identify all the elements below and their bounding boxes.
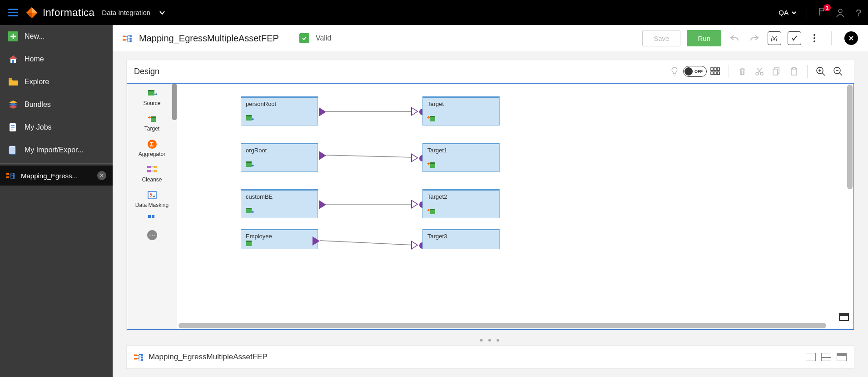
node-target3[interactable]: Target3 (422, 229, 500, 249)
node-custombe[interactable]: customBE (241, 189, 318, 218)
product-switcher-chevron-icon[interactable] (159, 9, 166, 16)
sidebar-item-home[interactable]: Home (0, 48, 113, 70)
node-employee[interactable]: Employee (241, 229, 318, 249)
node-target2[interactable]: Target2 (422, 189, 500, 218)
source-mini-icon (246, 115, 254, 122)
brand-logo: Informatica Data Integration (25, 6, 166, 19)
design-surface[interactable]: personRoot Target orgRoot (177, 84, 853, 329)
sidebar-item-import-export[interactable]: My Import/Expor... (0, 139, 113, 161)
input-port-icon[interactable] (411, 153, 418, 162)
svg-rect-37 (711, 72, 713, 75)
save-button[interactable]: Save (642, 30, 680, 46)
node-target[interactable]: Target (422, 96, 500, 126)
svg-rect-62 (152, 215, 154, 218)
palette-item-aggregator[interactable]: Σ Aggregator (127, 135, 177, 160)
palette-scrollbar[interactable] (172, 84, 177, 120)
sidebar-item-new[interactable]: New... (0, 25, 113, 48)
svg-rect-25 (123, 36, 126, 37)
preview-toggle[interactable]: OFF (683, 66, 707, 77)
hints-icon[interactable] (669, 65, 680, 77)
node-orgroot[interactable]: orgRoot (241, 143, 318, 172)
variable-button[interactable]: {x} (768, 31, 781, 45)
menu-toggle-button[interactable] (5, 6, 21, 19)
node-label: Target1 (427, 147, 447, 154)
undo-button[interactable] (728, 31, 741, 45)
validate-button[interactable] (788, 31, 801, 45)
svg-rect-61 (148, 215, 151, 218)
redo-button[interactable] (748, 31, 761, 45)
cleanse-icon (146, 165, 158, 175)
user-icon[interactable] (835, 8, 845, 18)
paste-icon[interactable] (788, 65, 800, 77)
input-port-icon[interactable] (411, 107, 418, 116)
sidebar-item-bundles[interactable]: Bundles (0, 93, 113, 116)
home-icon (8, 54, 18, 64)
svg-rect-72 (246, 208, 252, 209)
svg-marker-1 (32, 7, 37, 12)
svg-rect-28 (129, 38, 131, 40)
arrange-icon[interactable] (709, 65, 721, 77)
output-port-icon[interactable] (319, 151, 326, 160)
svg-rect-57 (154, 170, 157, 172)
svg-rect-79 (141, 354, 143, 356)
svg-point-33 (813, 40, 815, 42)
main-area: Mapping_EgressMultipleAssetFEP Valid Sav… (113, 25, 868, 377)
more-options-button[interactable] (808, 31, 821, 45)
mapping-icon (6, 172, 15, 179)
node-target1[interactable]: Target1 (422, 143, 500, 172)
sidebar-item-myjobs[interactable]: My Jobs (0, 116, 113, 139)
source-icon (146, 88, 158, 98)
palette-item-cleanse[interactable]: Cleanse (127, 160, 177, 186)
node-personroot[interactable]: personRoot (241, 96, 318, 126)
palette-more-button[interactable]: ⋯ (147, 230, 157, 240)
palette-item-target[interactable]: Target (127, 109, 177, 135)
maximize-canvas-button[interactable] (839, 313, 849, 321)
zoom-out-icon[interactable] (832, 65, 844, 77)
output-port-icon[interactable] (319, 200, 326, 209)
cut-icon[interactable] (754, 65, 765, 77)
canvas-toolbar: Design OFF (127, 60, 854, 83)
close-button[interactable] (844, 31, 858, 45)
properties-panel: Mapping_EgressMultipleAssetFEP (126, 345, 854, 369)
svg-point-31 (813, 34, 815, 36)
copy-icon[interactable] (771, 65, 783, 77)
delete-icon[interactable] (736, 65, 748, 77)
output-port-icon[interactable] (319, 107, 326, 116)
output-port-icon[interactable] (312, 236, 320, 246)
palette-item-datamasking[interactable]: Data Masking (127, 186, 177, 211)
sidebar-open-tab[interactable]: Mapping_Egress... ✕ (0, 166, 113, 186)
environment-selector[interactable]: QA (779, 9, 797, 16)
svg-rect-24 (13, 177, 15, 179)
layout-minimize-icon[interactable] (806, 353, 816, 361)
help-icon[interactable]: ? (853, 7, 863, 18)
transformation-palette: Source Target Σ Aggregator Cleanse (127, 84, 177, 329)
svg-rect-68 (246, 161, 252, 163)
svg-rect-78 (134, 358, 137, 359)
import-export-icon (8, 145, 18, 155)
notifications-button[interactable]: 1 (817, 7, 827, 19)
palette-item-source[interactable]: Source (127, 84, 177, 109)
close-tab-button[interactable]: ✕ (97, 171, 106, 180)
input-port-icon[interactable] (411, 241, 418, 250)
svg-rect-35 (714, 68, 716, 70)
run-button[interactable]: Run (687, 30, 721, 46)
svg-rect-21 (6, 176, 9, 178)
input-port-icon[interactable] (411, 200, 418, 209)
palette-item-next (127, 211, 177, 226)
deduplicate-icon (146, 212, 158, 222)
sidebar-item-explore[interactable]: Explore (0, 70, 113, 93)
svg-rect-64 (246, 115, 252, 116)
svg-point-3 (838, 9, 842, 13)
zoom-in-icon[interactable] (815, 65, 827, 77)
sidebar-item-label: Bundles (25, 101, 51, 109)
canvas-horizontal-scrollbar[interactable] (179, 323, 826, 328)
canvas-vertical-scrollbar[interactable] (847, 85, 853, 189)
layout-maximize-icon[interactable] (837, 353, 847, 361)
layout-split-icon[interactable] (821, 353, 831, 361)
source-mini-icon (246, 241, 254, 248)
panel-resize-handle[interactable]: ● ● ● (113, 334, 868, 345)
svg-rect-9 (9, 78, 12, 80)
product-name: Data Integration (102, 9, 150, 16)
design-canvas-panel: Design OFF (126, 60, 854, 331)
svg-rect-8 (12, 60, 14, 63)
